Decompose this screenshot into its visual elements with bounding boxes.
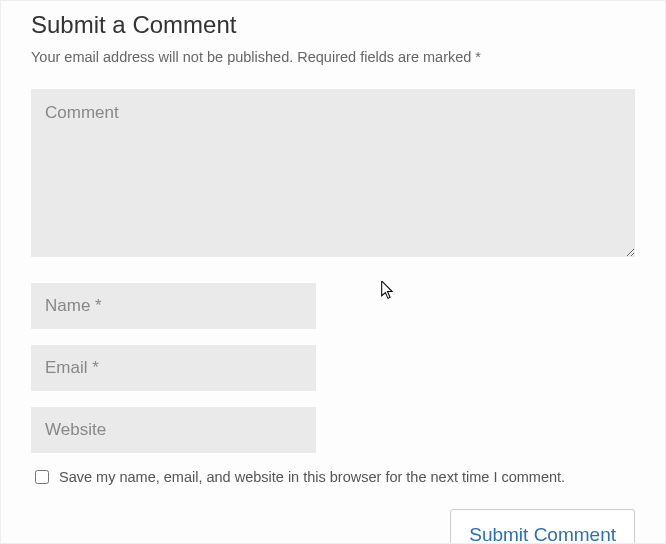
save-info-label[interactable]: Save my name, email, and website in this… [59, 469, 565, 485]
save-info-row: Save my name, email, and website in this… [31, 469, 635, 485]
submit-row: Submit Comment [31, 509, 635, 544]
save-info-checkbox[interactable] [35, 470, 49, 484]
website-input[interactable] [31, 407, 316, 453]
comment-textarea[interactable] [31, 89, 635, 257]
form-subtext: Your email address will not be published… [31, 49, 635, 65]
email-input[interactable] [31, 345, 316, 391]
name-input[interactable] [31, 283, 316, 329]
form-heading: Submit a Comment [31, 11, 635, 39]
cursor-icon [381, 281, 395, 301]
submit-button[interactable]: Submit Comment [450, 509, 635, 544]
